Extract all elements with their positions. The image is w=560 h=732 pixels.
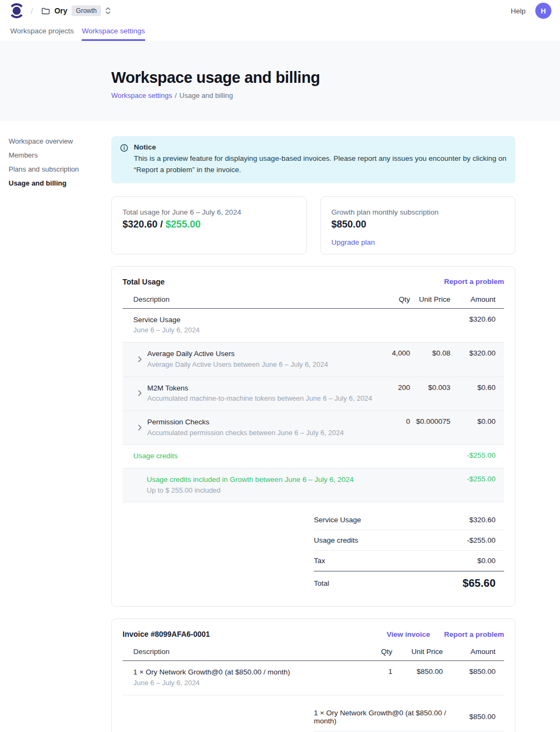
invoice-table: Description Qty Unit Price Amount 1 × Or… <box>123 648 504 695</box>
notice-banner: Notice This is a preview feature for dis… <box>111 136 515 183</box>
total-usage-stat-card: Total usage for June 6 – July 6, 2024 $3… <box>111 196 307 254</box>
usage-row-usage-credits: Usage credits -$255.00 <box>123 445 504 468</box>
sidebar-item-workspace-overview[interactable]: Workspace overview <box>9 137 111 146</box>
report-problem-link[interactable]: Report a problem <box>444 278 504 286</box>
breadcrumb: Workspace settings / Usage and billing <box>111 91 560 100</box>
chevron-up-down-icon <box>105 7 111 15</box>
total-usage-title: Total Usage <box>123 278 164 286</box>
summary-row-service-usage: Service Usage $320.60 <box>314 510 504 530</box>
tab-bar: Workspace projects Workspace settings <box>0 22 560 41</box>
chevron-right-icon[interactable] <box>138 356 142 363</box>
help-link[interactable]: Help <box>511 7 526 15</box>
subscription-stat-card: Growth plan monthly subscription $850.00… <box>320 196 516 254</box>
usage-row-permission-checks: Permission Checks Accumulated permission… <box>123 411 504 445</box>
sidebar-item-usage-and-billing[interactable]: Usage and billing <box>9 179 111 188</box>
subscription-stat-amount: $850.00 <box>332 219 505 230</box>
page-header: Workspace usage and billing Workspace se… <box>0 41 560 121</box>
ory-logo-icon[interactable] <box>10 3 24 19</box>
usage-row-m2m-tokens: M2M Tokens Accumulated machine-to-machin… <box>123 377 504 411</box>
workspace-name: Ory <box>54 6 67 15</box>
sidebar-item-members[interactable]: Members <box>9 151 111 160</box>
settings-sidebar: Workspace overview Members Plans and sub… <box>0 121 111 732</box>
view-invoice-link[interactable]: View invoice <box>386 630 430 638</box>
total-usage-stat-amount: $320.60 / $255.00 <box>123 219 296 230</box>
topbar: / Ory Growth Help H <box>0 0 560 22</box>
usage-row-usage-credits-included: Usage credits included in Growth between… <box>123 468 504 502</box>
topbar-separator: / <box>31 6 33 16</box>
usage-table: Description Qty Unit Price Amount Servic… <box>123 295 504 503</box>
usage-table-header: Description Qty Unit Price Amount <box>123 295 504 309</box>
avatar[interactable]: H <box>535 3 551 19</box>
sidebar-item-plans-and-subscription[interactable]: Plans and subscription <box>9 165 111 174</box>
chevron-right-icon[interactable] <box>138 424 142 431</box>
breadcrumb-separator: / <box>175 91 177 100</box>
plan-badge: Growth <box>71 5 101 16</box>
summary-row-usage-credits: Usage credits -$255.00 <box>314 530 504 550</box>
invoice-row-growth-plan: 1 × Ory Network Growth@0 (at $850.00 / m… <box>123 661 504 695</box>
usage-row-average-daily-active-users: Average Daily Active Users Average Daily… <box>123 343 504 376</box>
notice-body: This is a preview feature for displaying… <box>134 153 507 176</box>
notice-title: Notice <box>134 143 507 151</box>
subscription-stat-label: Growth plan monthly subscription <box>332 208 505 216</box>
info-icon <box>120 144 128 176</box>
breadcrumb-current: Usage and billing <box>180 91 233 100</box>
usage-summary: Service Usage $320.60 Usage credits -$25… <box>314 510 504 594</box>
summary-cards-row: Total usage for June 6 – July 6, 2024 $3… <box>111 196 515 254</box>
report-problem-link[interactable]: Report a problem <box>444 630 504 638</box>
page-title: Workspace usage and billing <box>111 69 560 87</box>
invoice-section: Invoice #8099AFA6-0001 View invoice Repo… <box>111 619 515 732</box>
workspace-switcher[interactable]: Ory Growth <box>41 5 111 16</box>
usage-credit-amount: $255.00 <box>166 219 200 230</box>
invoice-table-header: Description Qty Unit Price Amount <box>123 648 504 661</box>
summary-row-total: Total $65.60 <box>314 571 504 594</box>
upgrade-plan-link[interactable]: Upgrade plan <box>332 238 375 246</box>
invoice-summary-row-plan: 1 × Ory Network Growth@0 (at $850.00 / m… <box>314 703 504 731</box>
summary-row-tax: Tax $0.00 <box>314 550 504 571</box>
invoice-title: Invoice #8099AFA6-0001 <box>123 630 210 638</box>
total-usage-section: Total Usage Report a problem Description… <box>111 266 515 607</box>
usage-row-service-usage: Service Usage June 6 – July 6, 2024 $320… <box>123 309 504 343</box>
folder-icon <box>41 6 50 15</box>
chevron-right-icon[interactable] <box>138 390 142 396</box>
breadcrumb-link-workspace-settings[interactable]: Workspace settings <box>111 91 172 100</box>
tab-workspace-projects[interactable]: Workspace projects <box>10 22 74 41</box>
total-usage-stat-label: Total usage for June 6 – July 6, 2024 <box>123 208 296 216</box>
tab-workspace-settings[interactable]: Workspace settings <box>82 22 145 41</box>
invoice-summary: 1 × Ory Network Growth@0 (at $850.00 / m… <box>314 703 504 732</box>
